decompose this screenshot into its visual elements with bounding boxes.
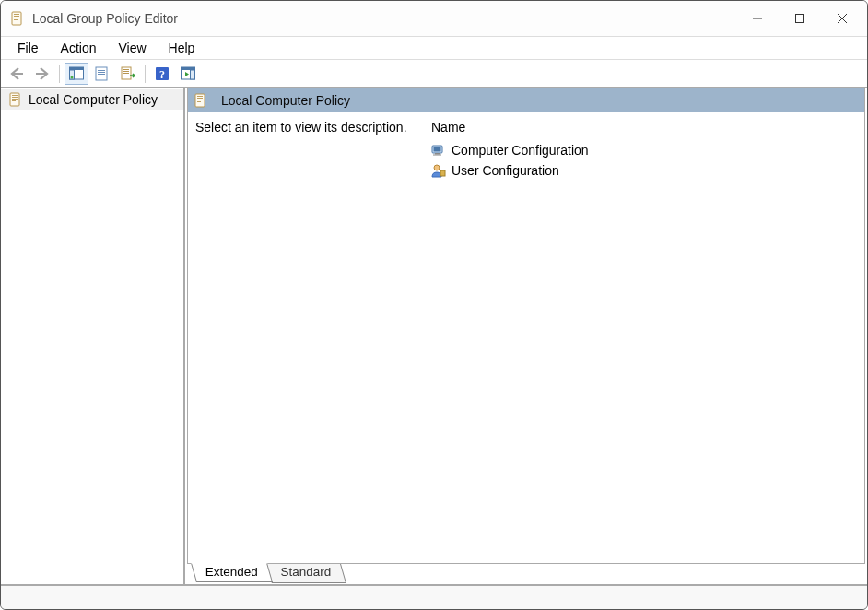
menu-file[interactable]: File [6,38,50,58]
svg-rect-39 [434,147,441,152]
svg-rect-14 [98,70,105,71]
svg-text:?: ? [159,67,165,80]
menu-action[interactable]: Action [50,38,108,58]
help-button[interactable]: ? [150,63,174,85]
svg-rect-16 [98,74,105,75]
titlebar: Local Group Policy Editor [1,1,867,36]
show-hide-action-pane-button[interactable] [176,63,200,85]
policy-icon [194,93,208,108]
tab-extended[interactable]: Extended [191,563,273,582]
list-item-label: User Configuration [452,163,559,178]
statusbar [1,585,867,609]
svg-point-42 [434,165,440,170]
menu-help[interactable]: Help [158,38,206,58]
details-pane: Local Computer Policy Select an item to … [185,88,867,584]
list-item-computer-configuration[interactable]: Computer Configuration [431,140,864,160]
column-header-name[interactable]: Name [431,116,864,140]
svg-rect-31 [12,99,18,100]
toolbar-separator [59,65,60,83]
policy-icon [8,92,23,107]
tab-standard[interactable]: Standard [266,564,346,583]
window-title: Local Group Policy Editor [32,11,178,26]
tree-node-local-computer-policy[interactable]: Local Computer Policy [1,89,183,110]
svg-rect-17 [98,76,102,76]
window-controls [736,4,863,33]
svg-rect-2 [14,16,19,17]
svg-rect-4 [14,19,18,20]
svg-rect-3 [14,18,19,18]
svg-rect-21 [123,73,129,74]
svg-rect-26 [191,70,195,79]
svg-point-12 [71,76,74,78]
svg-rect-34 [197,96,203,97]
svg-rect-32 [12,100,16,101]
svg-rect-15 [98,72,105,73]
list-item-label: Computer Configuration [452,143,589,158]
svg-rect-29 [12,95,18,96]
forward-button[interactable] [30,63,54,85]
svg-rect-20 [123,71,129,72]
minimize-button[interactable] [736,4,779,33]
svg-rect-40 [435,153,440,155]
description-prompt: Select an item to view its description. [195,120,407,135]
close-button[interactable] [821,4,863,33]
svg-rect-36 [197,100,203,100]
main-content: Local Computer Policy Local Computer Pol… [1,88,867,585]
svg-rect-41 [433,155,441,156]
svg-rect-37 [197,101,201,102]
computer-icon [431,143,446,158]
properties-button[interactable] [90,63,114,85]
menu-view[interactable]: View [107,38,157,58]
svg-rect-1 [14,14,19,15]
details-header-title: Local Computer Policy [221,93,350,108]
details-tabs: Extended Standard [185,564,867,584]
export-list-button[interactable] [116,63,140,85]
details-header: Local Computer Policy [188,88,864,112]
list-column: Name Computer Configuration User Configu… [431,112,864,563]
tree-pane[interactable]: Local Computer Policy [1,88,185,584]
user-icon [431,163,446,178]
svg-rect-35 [197,98,203,99]
list-item-user-configuration[interactable]: User Configuration [431,160,864,181]
menubar: File Action View Help [1,36,867,60]
show-hide-tree-button[interactable] [65,63,88,85]
description-column: Select an item to view its description. [188,112,431,563]
svg-rect-6 [796,14,804,22]
svg-rect-19 [123,69,129,70]
toolbar: ? [1,60,867,88]
svg-rect-30 [12,97,18,98]
tree-node-label: Local Computer Policy [29,92,158,107]
back-button[interactable] [5,63,29,85]
maximize-button[interactable] [779,4,821,33]
app-icon [10,11,25,26]
details-body: Select an item to view its description. … [188,112,864,563]
svg-rect-43 [440,170,445,176]
toolbar-separator [145,65,146,83]
